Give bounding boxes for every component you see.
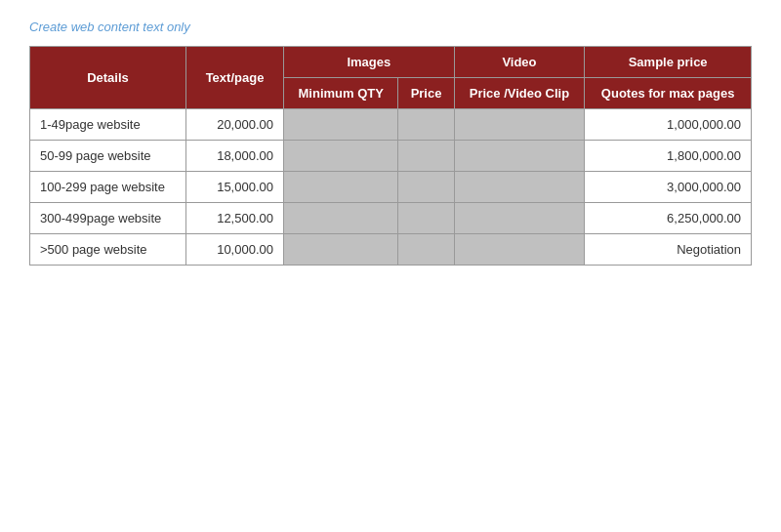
td-img-price (398, 234, 454, 266)
th-price-video: Price /Video Clip (454, 78, 585, 109)
td-video-price (454, 172, 585, 203)
td-video-price (454, 141, 585, 172)
table-row: 1-49page website20,000.001,000,000.00 (30, 109, 752, 141)
td-img-price (398, 172, 454, 203)
td-details: >500 page website (30, 234, 186, 266)
th-video: Video (454, 47, 585, 78)
th-quotes-max: Quotes for max pages (585, 78, 752, 109)
td-video-price (454, 234, 585, 266)
td-sample-price: 6,250,000.00 (585, 203, 752, 234)
page-wrapper: Create web content text only Details Tex… (29, 20, 752, 266)
td-img-price (398, 109, 454, 141)
th-price: Price (398, 78, 454, 109)
td-min-qty (284, 234, 398, 266)
td-details: 100-299 page website (30, 172, 186, 203)
td-video-price (454, 109, 585, 141)
td-min-qty (284, 141, 398, 172)
td-video-price (454, 203, 585, 234)
td-img-price (398, 203, 454, 234)
table-row: 50-99 page website18,000.001,800,000.00 (30, 141, 752, 172)
td-sample-price: 3,000,000.00 (585, 172, 752, 203)
table-row: >500 page website10,000.00Negotiation (30, 234, 752, 266)
td-text-page: 15,000.00 (186, 172, 284, 203)
td-min-qty (284, 203, 398, 234)
td-details: 50-99 page website (30, 141, 186, 172)
table-row: 100-299 page website15,000.003,000,000.0… (30, 172, 752, 203)
td-min-qty (284, 109, 398, 141)
td-text-page: 18,000.00 (186, 141, 284, 172)
td-text-page: 12,500.00 (186, 203, 284, 234)
td-text-page: 20,000.00 (186, 109, 284, 141)
td-sample-price: Negotiation (585, 234, 752, 266)
th-images: Images (284, 47, 455, 78)
td-min-qty (284, 172, 398, 203)
td-sample-price: 1,000,000.00 (585, 109, 752, 141)
td-details: 300-499page website (30, 203, 186, 234)
header-top-row: Details Text/page Images Video Sample pr… (30, 47, 752, 78)
td-text-page: 10,000.00 (186, 234, 284, 266)
td-img-price (398, 141, 454, 172)
td-sample-price: 1,800,000.00 (585, 141, 752, 172)
th-details: Details (30, 47, 186, 109)
td-details: 1-49page website (30, 109, 186, 141)
th-min-qty: Minimum QTY (284, 78, 398, 109)
table-body: 1-49page website20,000.001,000,000.0050-… (30, 109, 752, 266)
table-row: 300-499page website12,500.006,250,000.00 (30, 203, 752, 234)
th-sample-price: Sample price (585, 47, 752, 78)
subtitle: Create web content text only (29, 20, 752, 34)
th-textpage: Text/page (186, 47, 284, 109)
pricing-table: Details Text/page Images Video Sample pr… (29, 46, 752, 266)
